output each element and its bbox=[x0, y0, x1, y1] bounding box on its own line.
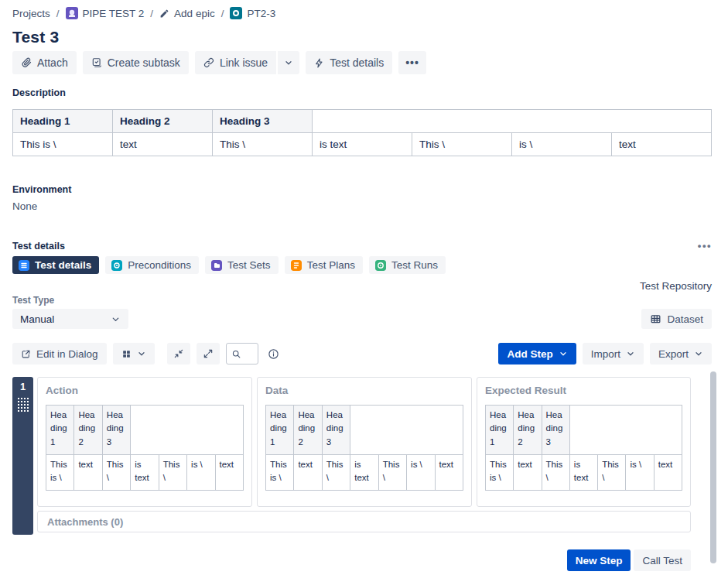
more-actions-button[interactable]: ••• bbox=[398, 51, 426, 74]
attach-button[interactable]: Attach bbox=[12, 51, 77, 74]
step-expected-result-table: Heading 1 Heading 2 Heading 3 This is \ … bbox=[485, 405, 682, 491]
edit-in-dialog-button[interactable]: Edit in Dialog bbox=[12, 343, 107, 365]
page-title: Test 3 bbox=[12, 27, 712, 47]
table-header-cell: Heading 3 bbox=[213, 110, 313, 133]
table-cell: This \ bbox=[412, 133, 512, 156]
breadcrumb-add-epic[interactable]: Add epic bbox=[159, 8, 215, 19]
section-more-button[interactable]: ••• bbox=[698, 240, 712, 252]
link-issue-button[interactable]: Link issue bbox=[195, 51, 276, 74]
test-details-button[interactable]: Test details bbox=[306, 51, 392, 74]
table-cell: is text bbox=[313, 133, 412, 156]
table-cell: This \ bbox=[378, 455, 406, 491]
table-cell: is text bbox=[131, 455, 159, 491]
paperclip-icon bbox=[21, 57, 32, 68]
table-cell: This \ bbox=[102, 455, 130, 491]
import-button[interactable]: Import bbox=[583, 343, 644, 365]
table-cell: This \ bbox=[213, 133, 313, 156]
chevron-down-icon bbox=[626, 349, 635, 358]
export-label: Export bbox=[658, 348, 689, 360]
collapse-all-button[interactable] bbox=[167, 343, 190, 365]
breadcrumb-separator: / bbox=[56, 8, 60, 19]
step-action-panel[interactable]: Action Heading 1 Heading 2 Heading 3 Thi… bbox=[37, 377, 252, 507]
step-expected-result-panel[interactable]: Expected Result Heading 1 Heading 2 Head… bbox=[477, 377, 691, 507]
tab-test-plans[interactable]: Test Plans bbox=[285, 256, 363, 274]
table-cell: text bbox=[435, 455, 463, 491]
layout-grid-dropdown[interactable] bbox=[113, 343, 155, 365]
add-epic-label: Add epic bbox=[174, 8, 215, 19]
dataset-button[interactable]: Dataset bbox=[641, 309, 712, 329]
table-cell: text bbox=[514, 455, 542, 491]
tab-label: Test Plans bbox=[307, 259, 355, 271]
environment-label: Environment bbox=[12, 184, 712, 195]
chevron-down-icon bbox=[559, 349, 568, 358]
breadcrumb: Projects / PIPE TEST 2 / Add epic / PT2-… bbox=[12, 6, 712, 20]
tab-label: Preconditions bbox=[128, 259, 191, 271]
description-table: Heading 1 Heading 2 Heading 3 This is \ … bbox=[12, 109, 712, 156]
tab-label: Test Sets bbox=[227, 259, 271, 271]
lightning-icon bbox=[314, 58, 324, 68]
table-cell: This \ bbox=[542, 455, 569, 491]
step-data-panel[interactable]: Data Heading 1 Heading 2 Heading 3 This … bbox=[257, 377, 472, 507]
table-cell: text bbox=[215, 455, 243, 491]
table-cell: text bbox=[612, 133, 712, 156]
chevron-down-icon bbox=[111, 314, 121, 324]
table-cell: is \ bbox=[512, 133, 612, 156]
tab-test-details[interactable]: Test details bbox=[12, 256, 99, 274]
test-repository-link[interactable]: Test Repository bbox=[640, 280, 712, 292]
attachments-label: Attachments (0) bbox=[47, 516, 123, 528]
xray-tabs: Test details Preconditions Test Sets Tes… bbox=[12, 256, 712, 274]
panel-title: Action bbox=[46, 385, 244, 396]
table-header-cell: Heading 1 bbox=[13, 110, 113, 133]
import-label: Import bbox=[591, 348, 620, 360]
table-cell: This is \ bbox=[13, 133, 113, 156]
tab-test-sets[interactable]: Test Sets bbox=[205, 256, 279, 274]
edit-in-dialog-label: Edit in Dialog bbox=[36, 348, 98, 360]
export-button[interactable]: Export bbox=[650, 343, 712, 365]
steps-scrollbar[interactable] bbox=[710, 371, 716, 563]
tab-label: Test Runs bbox=[391, 259, 438, 271]
breadcrumb-projects[interactable]: Projects bbox=[12, 8, 50, 19]
table-cell: text bbox=[294, 455, 322, 491]
table-icon bbox=[650, 313, 661, 325]
step-drag-handle[interactable]: 1 bbox=[12, 377, 33, 535]
info-icon[interactable] bbox=[266, 348, 281, 360]
breadcrumb-project[interactable]: PIPE TEST 2 bbox=[66, 7, 145, 19]
chevron-down-icon bbox=[694, 349, 703, 358]
tab-test-runs[interactable]: Test Runs bbox=[369, 256, 446, 274]
create-subtask-button[interactable]: Create subtask bbox=[83, 51, 189, 74]
table-cell: is text bbox=[569, 455, 597, 491]
table-cell: This \ bbox=[159, 455, 186, 491]
test-details-section-label: Test details bbox=[12, 241, 65, 252]
step-row: 1 Action Heading 1 Heading 2 Heading 3 bbox=[12, 377, 691, 535]
test-details-icon bbox=[19, 260, 29, 271]
steps-search-input[interactable] bbox=[226, 343, 258, 365]
call-test-button[interactable]: Call Test bbox=[634, 549, 691, 571]
breadcrumb-project-name[interactable]: PIPE TEST 2 bbox=[83, 8, 145, 19]
link-issue-label: Link issue bbox=[220, 56, 268, 69]
add-step-button[interactable]: Add Step bbox=[498, 343, 576, 365]
breadcrumb-issue-key[interactable]: PT2-3 bbox=[247, 8, 275, 19]
expand-all-button[interactable] bbox=[197, 343, 220, 365]
test-sets-icon bbox=[211, 260, 222, 271]
table-cell: This \ bbox=[322, 455, 350, 491]
add-step-label: Add Step bbox=[507, 348, 552, 360]
test-plans-icon bbox=[291, 260, 302, 271]
tab-preconditions[interactable]: Preconditions bbox=[105, 256, 199, 274]
test-issue-type-icon bbox=[230, 7, 242, 19]
table-cell: This \ bbox=[598, 455, 626, 491]
table-header-cell: Heading 1 bbox=[46, 406, 74, 455]
new-step-button[interactable]: New Step bbox=[567, 549, 631, 571]
step-attachments-bar[interactable]: Attachments (0) bbox=[37, 511, 691, 532]
table-header-cell-empty bbox=[313, 110, 712, 133]
test-type-select[interactable]: Manual bbox=[12, 309, 128, 329]
table-cell: text bbox=[654, 455, 682, 491]
link-icon bbox=[203, 57, 214, 68]
breadcrumb-issue[interactable]: PT2-3 bbox=[230, 7, 275, 19]
table-cell: This is \ bbox=[266, 455, 294, 491]
project-avatar-icon bbox=[66, 7, 78, 19]
table-header-cell-empty bbox=[569, 406, 682, 455]
link-issue-dropdown-button[interactable] bbox=[278, 51, 299, 74]
steps-footer: New Step Call Test bbox=[12, 549, 691, 571]
test-type-label: Test Type bbox=[12, 295, 712, 306]
steps-toolbar: Edit in Dialog bbox=[12, 343, 712, 365]
